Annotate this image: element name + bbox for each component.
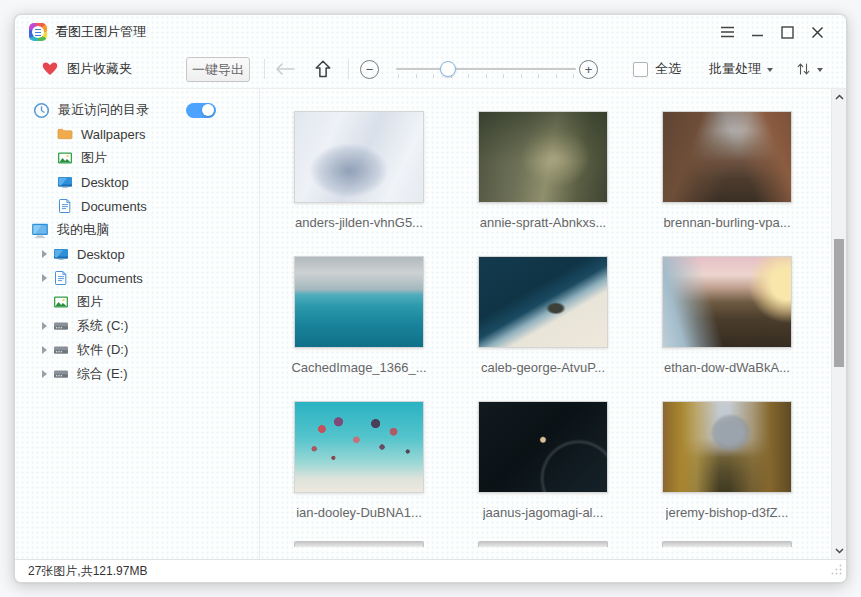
sidebar-recent-header[interactable]: 最近访问的目录 [15, 98, 259, 122]
image-thumbnail[interactable] [294, 111, 424, 203]
status-bar: 27张图片,共121.97MB [15, 559, 846, 582]
sidebar-computer-header[interactable]: 我的电脑 [15, 218, 259, 242]
image-thumbnail[interactable] [478, 401, 608, 493]
document-icon [53, 270, 69, 286]
app-window: 看图王图片管理 图片收藏夹 一键导出 [14, 14, 847, 583]
sidebar: 最近访问的目录 Wallpapers 图片 Desktop [15, 89, 260, 559]
sidebar-item-label: 软件 (D:) [77, 341, 128, 359]
sidebar-item-drive-c[interactable]: 系统 (C:) [15, 314, 259, 338]
chevron-right-icon[interactable] [42, 346, 47, 354]
scroll-down-icon[interactable] [832, 544, 847, 558]
drive-icon [53, 366, 69, 382]
zoom-in-button[interactable]: + [579, 60, 598, 79]
thumbnail-partial[interactable] [294, 541, 424, 547]
image-thumbnail[interactable] [478, 111, 608, 203]
chevron-right-icon[interactable] [42, 322, 47, 330]
favorites-button[interactable]: 图片收藏夹 [41, 49, 132, 89]
title-bar: 看图王图片管理 [15, 15, 846, 49]
image-filename: CachedImage_1366_... [291, 360, 426, 375]
sort-dropdown[interactable] [796, 49, 823, 89]
vertical-scrollbar[interactable] [831, 89, 846, 559]
document-icon [57, 198, 73, 214]
toggle-knob [202, 104, 214, 116]
sidebar-item-label: Desktop [77, 247, 125, 262]
picture-icon [57, 150, 73, 166]
computer-icon [31, 221, 49, 239]
window-controls [712, 19, 832, 45]
close-icon[interactable] [802, 19, 832, 45]
zoom-slider-ticks [398, 74, 574, 78]
sidebar-item-label: 图片 [81, 149, 107, 167]
sidebar-item-label: 综合 (E:) [77, 365, 128, 383]
image-thumbnail[interactable] [294, 401, 424, 493]
clock-icon [33, 102, 50, 119]
select-all-checkbox[interactable] [633, 62, 648, 77]
monitor-icon [53, 246, 69, 262]
image-item[interactable]: jaanus-jagomagi-al... [478, 401, 662, 546]
sidebar-item-wallpapers[interactable]: Wallpapers [15, 122, 259, 146]
export-button-label: 一键导出 [192, 61, 244, 79]
image-thumbnail[interactable] [478, 256, 608, 348]
image-item[interactable]: CachedImage_1366_... [294, 256, 478, 401]
image-item[interactable]: anders-jilden-vhnG5... [294, 111, 478, 256]
thumbnail-grid: anders-jilden-vhnG5... annie-spratt-Abnk… [294, 111, 846, 546]
maximize-icon[interactable] [772, 19, 802, 45]
sidebar-item-documents-recent[interactable]: Documents [15, 194, 259, 218]
image-filename: caleb-george-AtvuP... [481, 360, 605, 375]
toolbar-separator [348, 59, 349, 79]
sidebar-item-desktop-recent[interactable]: Desktop [15, 170, 259, 194]
back-button[interactable] [272, 49, 298, 89]
sidebar-item-drive-e[interactable]: 综合 (E:) [15, 362, 259, 386]
recent-toggle[interactable] [186, 103, 216, 118]
image-item[interactable]: jeremy-bishop-d3fZ... [662, 401, 846, 546]
batch-process-label: 批量处理 [709, 60, 761, 78]
image-thumbnail[interactable] [662, 401, 792, 493]
image-thumbnail[interactable] [294, 256, 424, 348]
image-item[interactable]: ethan-dow-dWaBkA... [662, 256, 846, 401]
image-item[interactable]: ian-dooley-DuBNA1... [294, 401, 478, 546]
sidebar-item-pictures-recent[interactable]: 图片 [15, 146, 259, 170]
zoom-slider[interactable] [396, 49, 576, 89]
sidebar-item-desktop[interactable]: Desktop [15, 242, 259, 266]
batch-process-dropdown[interactable]: 批量处理 [709, 49, 773, 89]
zoom-slider-track[interactable] [396, 68, 576, 70]
chevron-right-icon[interactable] [42, 250, 47, 258]
main-area: 最近访问的目录 Wallpapers 图片 Desktop [15, 89, 846, 559]
export-button[interactable]: 一键导出 [186, 57, 250, 82]
select-all-control[interactable]: 全选 [633, 49, 681, 89]
sidebar-item-drive-d[interactable]: 软件 (D:) [15, 338, 259, 362]
drive-icon [53, 342, 69, 358]
scroll-up-icon[interactable] [832, 90, 847, 104]
image-filename: brennan-burling-vpa... [663, 215, 790, 230]
scrollbar-thumb[interactable] [834, 239, 844, 367]
sidebar-item-pictures[interactable]: 图片 [15, 290, 259, 314]
image-thumbnail[interactable] [662, 256, 792, 348]
image-item[interactable]: brennan-burling-vpa... [662, 111, 846, 256]
toolbar: 图片收藏夹 一键导出 − + 全选 批量处理 [15, 49, 846, 89]
thumbnail-area: anders-jilden-vhnG5... annie-spratt-Abnk… [260, 89, 846, 559]
up-arrow-icon [313, 59, 333, 79]
thumbnail-partial[interactable] [662, 541, 792, 547]
heart-icon [41, 61, 59, 77]
menu-icon[interactable] [712, 19, 742, 45]
chevron-right-icon[interactable] [42, 274, 47, 282]
image-item[interactable]: caleb-george-AtvuP... [478, 256, 662, 401]
chevron-down-icon [817, 68, 823, 72]
favorites-label: 图片收藏夹 [67, 60, 132, 78]
image-thumbnail[interactable] [662, 111, 792, 203]
minimize-icon[interactable] [742, 19, 772, 45]
window-title: 看图王图片管理 [55, 23, 146, 41]
chevron-right-icon[interactable] [42, 370, 47, 378]
thumbnail-partial[interactable] [478, 541, 608, 547]
image-item[interactable]: annie-spratt-Abnkxs... [478, 111, 662, 256]
sidebar-item-label: Desktop [81, 175, 129, 190]
zoom-out-button[interactable]: − [360, 60, 379, 79]
sidebar-item-label: 系统 (C:) [77, 317, 128, 335]
resize-grip-icon[interactable] [831, 561, 842, 579]
image-filename: anders-jilden-vhnG5... [295, 215, 423, 230]
up-directory-button[interactable] [310, 49, 336, 89]
folder-icon [57, 126, 73, 142]
sidebar-item-documents[interactable]: Documents [15, 266, 259, 290]
app-logo-icon [29, 23, 47, 41]
sidebar-computer-label: 我的电脑 [57, 221, 109, 239]
